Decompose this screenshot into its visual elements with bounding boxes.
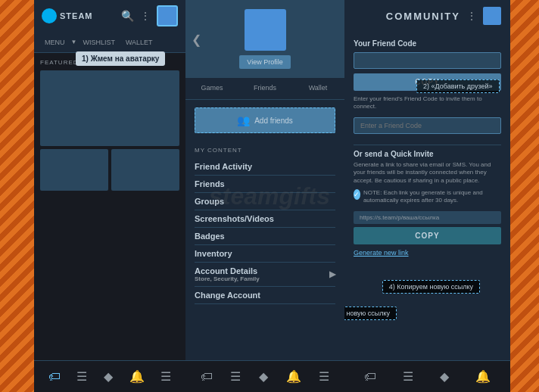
- gift-decoration-left: [0, 0, 38, 392]
- menu-dots-icon[interactable]: ⋮: [140, 10, 151, 22]
- comm-nav-gem-icon[interactable]: ◆: [440, 369, 449, 384]
- account-details-label: Account Details: [195, 266, 260, 275]
- gift-decoration-right: [509, 0, 539, 392]
- back-arrow-icon[interactable]: ❮: [192, 32, 201, 46]
- nav-tab-menu-dropdown: ▼: [71, 39, 77, 45]
- right-panel: COMMUNITY ⋮ Your Friend Code COPY Enter …: [344, 0, 510, 392]
- copy-button-2[interactable]: COPY: [354, 227, 501, 244]
- tab-games[interactable]: Games: [185, 78, 238, 99]
- middle-panel: ❮ View Profile 2) «Добавить друзей» Game…: [185, 0, 344, 392]
- menu-item-groups[interactable]: Groups: [195, 193, 335, 210]
- comm-nav-tag-icon[interactable]: 🏷: [364, 370, 376, 384]
- divider: [354, 145, 501, 145]
- steam-logo-text: STEAM: [60, 11, 93, 20]
- community-menu-icon[interactable]: ⋮: [466, 10, 477, 22]
- account-details-block: Account Details Store, Security, Family: [195, 266, 260, 282]
- search-icon[interactable]: 🔍: [121, 10, 134, 22]
- mid-nav-bell-icon[interactable]: 🔔: [286, 369, 301, 384]
- mid-nav-store-icon[interactable]: ☰: [230, 369, 241, 384]
- add-friends-button[interactable]: 👥 Add friends: [195, 107, 335, 133]
- enter-friend-code-input[interactable]: [354, 117, 501, 134]
- left-nav-gem-icon[interactable]: ◆: [104, 369, 113, 384]
- menu-item-account[interactable]: Account Details Store, Security, Family …: [195, 263, 335, 287]
- add-friends-icon: 👥: [237, 114, 250, 126]
- account-details-sub: Store, Security, Family: [195, 275, 260, 282]
- nav-tab-wishlist[interactable]: WISHLIST: [78, 37, 120, 48]
- tab-wallet[interactable]: Wallet: [291, 78, 344, 99]
- profile-header-area: ❮ View Profile: [185, 0, 344, 78]
- nav-tabs: MENU ▼ WISHLIST WALLET: [34, 32, 185, 53]
- left-nav-tag-icon[interactable]: 🏷: [48, 370, 61, 384]
- featured-row: [40, 149, 179, 191]
- menu-item-screenshots[interactable]: Screenshots/Videos: [195, 210, 335, 228]
- annotation-generate: 3) Создаем новую ссылку: [344, 306, 397, 320]
- nav-tab-wallet[interactable]: WALLET: [121, 37, 157, 48]
- my-content-label: MY CONTENT: [195, 147, 335, 154]
- middle-bottom-nav: 🏷 ☰ ◆ 🔔 ☰: [185, 360, 344, 392]
- community-bottom-nav: 🏷 ☰ ◆ 🔔: [344, 360, 510, 392]
- annotation-copy: 4) Копируем новую ссылку: [382, 280, 480, 294]
- menu-item-friend-activity[interactable]: Friend Activity: [195, 158, 335, 176]
- steam-header-right: 🔍 ⋮: [121, 5, 178, 26]
- mid-nav-menu-icon[interactable]: ☰: [319, 369, 329, 384]
- profile-tabs: Games Friends Wallet: [185, 78, 344, 100]
- community-avatar[interactable]: [483, 7, 501, 25]
- quick-invite-title: Or send a Quick Invite: [354, 150, 501, 158]
- steam-header: STEAM 🔍 ⋮: [34, 0, 185, 32]
- featured-image-large: [40, 70, 179, 146]
- left-bottom-nav: 🏷 ☰ ◆ 🔔 ☰: [34, 360, 185, 392]
- add-friends-tooltip: 2) «Добавить друзей»: [416, 79, 500, 93]
- steam-logo: STEAM: [42, 8, 93, 23]
- steam-icon: [42, 8, 57, 23]
- menu-item-inventory[interactable]: Inventory: [195, 245, 335, 263]
- menu-item-badges[interactable]: Badges: [195, 228, 335, 245]
- comm-nav-bell-icon[interactable]: 🔔: [475, 369, 491, 384]
- left-panel: STEAM 🔍 ⋮ MENU ▼ WISHLIST WALLET 1) Жмем…: [34, 0, 185, 392]
- avatar-tooltip: 1) Жмем на аватарку: [76, 51, 165, 66]
- avatar[interactable]: [157, 5, 178, 26]
- note-text: NOTE: Each link you generate is unique a…: [363, 189, 501, 205]
- invite-link-text: https://s.team/p/ваша/ссылка: [354, 211, 501, 224]
- nav-tab-menu[interactable]: MENU: [40, 37, 70, 48]
- view-profile-button[interactable]: View Profile: [239, 55, 290, 69]
- helper-text: Enter your friend's Friend Code to invit…: [354, 95, 501, 111]
- friend-code-title: Your Friend Code: [354, 39, 501, 48]
- account-arrow-icon: ▶: [329, 269, 335, 279]
- profile-avatar[interactable]: [245, 9, 286, 51]
- mid-nav-gem-icon[interactable]: ◆: [259, 369, 268, 384]
- add-friends-label: Add friends: [254, 117, 293, 125]
- tab-friends[interactable]: Friends: [238, 78, 291, 99]
- community-title: COMMUNITY: [386, 11, 460, 22]
- comm-nav-store-icon[interactable]: ☰: [403, 369, 413, 384]
- featured-images: [40, 70, 179, 354]
- left-nav-menu-icon[interactable]: ☰: [160, 369, 171, 384]
- generate-new-link[interactable]: Generate new link: [354, 249, 501, 257]
- left-nav-bell-icon[interactable]: 🔔: [129, 369, 145, 384]
- main-wrapper: STEAM 🔍 ⋮ MENU ▼ WISHLIST WALLET 1) Жмем…: [34, 0, 510, 392]
- featured-image-small-2: [111, 149, 179, 191]
- check-icon: ✓: [354, 189, 360, 200]
- note-section: ✓ NOTE: Each link you generate is unique…: [354, 189, 501, 208]
- featured-image-small-1: [40, 149, 108, 191]
- community-header: COMMUNITY ⋮: [344, 0, 510, 32]
- left-nav-store-icon[interactable]: ☰: [76, 369, 87, 384]
- friend-code-input[interactable]: [354, 52, 501, 69]
- my-content-section: MY CONTENT Friend Activity Friends Group…: [185, 141, 344, 360]
- quick-invite-text: Generate a link to share via email or SM…: [354, 161, 501, 185]
- mid-nav-tag-icon[interactable]: 🏷: [201, 370, 213, 384]
- featured-section: FEATURED & RECOMMENDED: [34, 53, 185, 360]
- menu-item-friends[interactable]: Friends: [195, 176, 335, 193]
- menu-item-change-account[interactable]: Change Account: [195, 287, 335, 304]
